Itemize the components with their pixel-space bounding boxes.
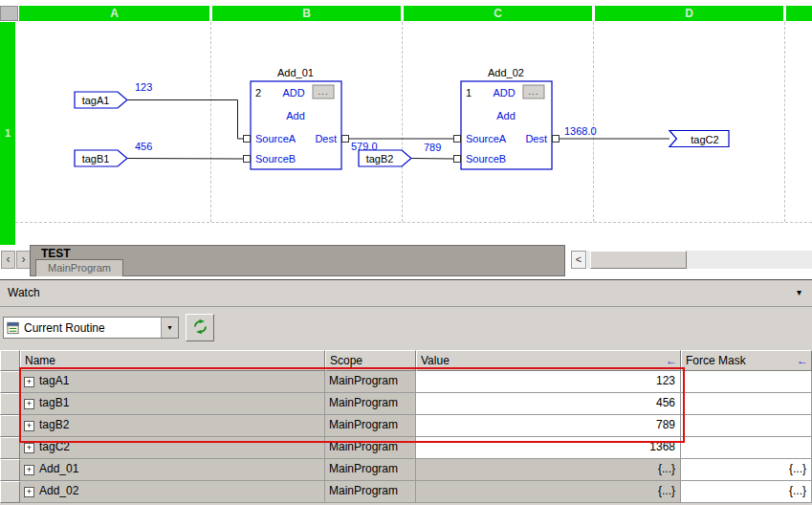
table-row-tagB2: +tagB2 MainProgram 789 — [0, 415, 812, 437]
sheet-prev-button[interactable]: ‹ — [1, 251, 15, 269]
tab-mainprogram[interactable]: MainProgram — [35, 259, 123, 276]
value-cell[interactable]: 456 — [416, 393, 681, 415]
tag-label: tagB2 — [366, 153, 394, 165]
tag-name-cell[interactable]: +tagB2 — [20, 415, 325, 437]
pin-sourceA[interactable] — [454, 136, 461, 143]
force-mask-cell[interactable] — [681, 371, 812, 393]
block-add01[interactable]: Add_01 2 ADD ... Add SourceA Dest Source… — [244, 67, 349, 169]
sheet-next-button[interactable]: › — [16, 251, 31, 269]
block-opcode: ADD — [282, 87, 304, 99]
force-mask-cell[interactable] — [681, 437, 812, 459]
table-row-add01: +Add_01 MainProgram {...} {...} — [0, 459, 812, 481]
expand-plus-icon[interactable]: + — [24, 421, 34, 431]
table-row-add02: +Add_02 MainProgram {...} {...} — [0, 481, 812, 503]
input-ref-tagB2[interactable]: tagB2 — [359, 150, 411, 166]
ellipsis-label: ... — [318, 86, 328, 97]
value-cell[interactable]: {...} — [416, 459, 681, 481]
value-cell[interactable]: {...} — [416, 481, 681, 503]
input-ref-tagA1[interactable]: tagA1 — [75, 92, 127, 108]
block-add02[interactable]: Add_02 1 ADD ... Add SourceA Dest Source… — [454, 67, 560, 169]
tag-name: tagB1 — [39, 396, 69, 409]
tag-name-cell[interactable]: +Add_02 — [20, 481, 325, 503]
value-add02-out: 1368.0 — [564, 125, 597, 137]
exec-order: 1 — [466, 87, 472, 99]
expand-plus-icon[interactable]: + — [24, 443, 34, 453]
tag-name: tagC2 — [39, 440, 70, 453]
block-title: Add_02 — [488, 67, 524, 78]
watch-title: Watch — [8, 286, 40, 299]
hscroll-left-button[interactable]: < — [571, 251, 586, 269]
force-mask-cell[interactable]: {...} — [681, 481, 812, 503]
value-add01-out: 579.0 — [351, 141, 378, 152]
pin-dest[interactable] — [553, 136, 560, 143]
expand-plus-icon[interactable]: + — [24, 487, 34, 497]
exec-order: 2 — [255, 87, 261, 99]
watch-toolbar: Current Routine ▾ — [0, 307, 812, 350]
expand-plus-icon[interactable]: + — [24, 465, 34, 475]
pin-sourceB[interactable] — [454, 156, 461, 163]
hscroll-track[interactable] — [587, 251, 812, 269]
table-row-tagA1: +tagA1 MainProgram 123 — [0, 371, 812, 393]
hscroll-thumb[interactable] — [590, 251, 687, 269]
scope-cell: MainProgram — [325, 481, 416, 503]
pin-sourceB[interactable] — [244, 156, 251, 163]
value-cell[interactable]: 123 — [416, 371, 681, 393]
tag-name-cell[interactable]: +tagB1 — [20, 393, 325, 415]
row-selector[interactable] — [0, 437, 20, 459]
tag-label: tagC2 — [691, 134, 718, 145]
pin-label-sourceA: SourceA — [466, 133, 507, 144]
collapse-arrow-icon[interactable]: ▾ — [797, 287, 801, 297]
value-cell[interactable]: 789 — [416, 415, 681, 437]
pin-label-sourceA: SourceA — [255, 133, 296, 144]
col-header-value[interactable]: Value← — [416, 350, 681, 371]
scope-cell: MainProgram — [325, 393, 416, 415]
input-ref-tagB1[interactable]: tagB1 — [75, 150, 127, 166]
watch-titlebar: Watch ▾ — [0, 280, 812, 307]
table-row-tagB1: +tagB1 MainProgram 456 — [0, 393, 812, 415]
pin-dest[interactable] — [342, 136, 349, 143]
tag-label: tagA1 — [82, 95, 110, 106]
force-mask-cell[interactable]: {...} — [681, 459, 812, 481]
table-header-row: Name Scope Value← Force Mask← — [0, 350, 812, 371]
force-mask-cell[interactable] — [681, 415, 812, 437]
output-ref-tagC2[interactable]: tagC2 — [669, 131, 729, 147]
watch-scope-combobox[interactable]: Current Routine ▾ — [3, 317, 179, 339]
block-title: Add_01 — [277, 67, 314, 78]
row-selector[interactable] — [0, 481, 20, 503]
refresh-button[interactable] — [186, 314, 214, 341]
tag-label: tagB1 — [82, 153, 110, 165]
header-label: Force Mask — [686, 354, 746, 367]
force-mask-cell[interactable] — [681, 393, 812, 415]
left-arrow-icon: ← — [797, 351, 808, 370]
wire-tagA1-sourceA — [128, 100, 244, 140]
table-row-tagC2: +tagC2 MainProgram 1368 — [0, 437, 812, 459]
value-cell[interactable]: 1368 — [416, 437, 681, 459]
pin-sourceA[interactable] — [244, 136, 251, 143]
row-selector[interactable] — [0, 393, 20, 415]
wire-tagB1-sourceB — [128, 159, 244, 160]
row-selector[interactable] — [0, 371, 20, 393]
block-name: Add — [286, 110, 305, 121]
expand-plus-icon[interactable]: + — [24, 399, 34, 409]
scroll-left-icon: < — [576, 253, 582, 265]
col-header-scope[interactable]: Scope — [325, 350, 416, 371]
fbd-canvas: tagA1 tagB1 tagB2 tagC2 123 456 789 579.… — [0, 0, 812, 245]
header-row-selector — [0, 350, 20, 371]
header-label: Scope — [330, 354, 362, 367]
value-tagB2: 789 — [424, 142, 441, 153]
col-header-force-mask[interactable]: Force Mask← — [681, 350, 812, 371]
tag-name: tagA1 — [39, 374, 69, 387]
col-header-name[interactable]: Name — [20, 350, 325, 371]
header-label: Name — [25, 354, 55, 367]
header-label: Value — [421, 354, 450, 367]
row-selector[interactable] — [0, 415, 20, 437]
tag-name-cell[interactable]: +tagC2 — [20, 437, 325, 459]
row-selector[interactable] — [0, 459, 20, 481]
pin-label-sourceB: SourceB — [255, 153, 296, 165]
tag-name-cell[interactable]: +Add_01 — [20, 459, 325, 481]
expand-plus-icon[interactable]: + — [24, 377, 34, 387]
routine-window-title: TEST — [41, 247, 71, 260]
tag-name-cell[interactable]: +tagA1 — [20, 371, 325, 393]
ellipsis-label: ... — [528, 86, 538, 97]
combo-dropdown-icon[interactable]: ▾ — [161, 318, 178, 338]
